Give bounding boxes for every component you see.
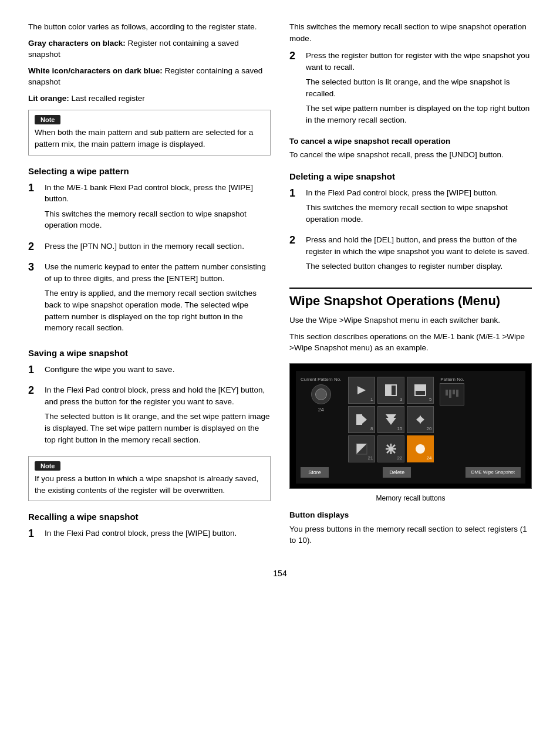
ui-btn-1: 1 bbox=[348, 377, 375, 404]
steps-recalling: 1 In the Flexi Pad control block, press … bbox=[28, 528, 271, 543]
step-text: In the Flexi Pad control block, press an… bbox=[45, 384, 271, 407]
right-column: This switches the memory recall section … bbox=[289, 21, 532, 551]
step-item: 3 Use the numeric keypad to enter the pa… bbox=[28, 261, 271, 337]
ui-btn-num: 21 bbox=[367, 455, 373, 461]
step-num: 2 bbox=[28, 241, 45, 254]
intro-text-3: Last recalled register bbox=[69, 94, 145, 103]
step-text: Press the [PTN NO.] button in the memory… bbox=[45, 241, 271, 252]
ui-btn-icon bbox=[414, 436, 427, 462]
note-block-1: Note When both the main pattern and sub … bbox=[28, 110, 271, 155]
step-num: 3 bbox=[28, 261, 45, 274]
store-button[interactable]: Store bbox=[301, 467, 329, 478]
step-sub: The selected button changes to register … bbox=[306, 261, 532, 272]
step-body: Use the numeric keypad to enter the patt… bbox=[45, 261, 271, 337]
ui-btn-num: 5 bbox=[429, 397, 431, 402]
step-item: 1 Configure the wipe you want to save. bbox=[28, 364, 271, 379]
ui-btn-20: 20 bbox=[407, 406, 434, 433]
ui-action-buttons: Store Delete DME Wipe Snapshot bbox=[301, 467, 521, 478]
ui-btn-15: 15 bbox=[377, 406, 404, 433]
intro-line-4: Lit orange: Last recalled register bbox=[28, 93, 271, 104]
step-sub: The entry is applied, and the memory rec… bbox=[45, 288, 271, 333]
step-sub: This switches the memory recall section … bbox=[306, 202, 532, 225]
button-displays-heading: Button displays bbox=[289, 509, 532, 521]
step-body: Press the register button for register w… bbox=[306, 50, 532, 129]
ui-btn-icon bbox=[384, 407, 397, 432]
ui-buttons-area: 1 3 bbox=[348, 377, 434, 462]
page-number: 154 bbox=[28, 569, 532, 578]
note-label-2: Note bbox=[35, 461, 60, 471]
intro-line-1: The button color varies as follows, acco… bbox=[28, 21, 271, 33]
heading-saving: Saving a wipe snapshot bbox=[28, 348, 271, 358]
ui-btn-icon bbox=[384, 436, 397, 462]
heading-deleting: Deleting a wipe snapshot bbox=[289, 171, 532, 181]
ui-btn-row-2: 8 15 bbox=[348, 406, 434, 433]
step-body: In the M/E-1 bank Flexi Pad control bloc… bbox=[45, 182, 271, 235]
ui-btn-row-1: 1 3 bbox=[348, 377, 434, 404]
svg-marker-6 bbox=[362, 415, 367, 424]
svg-marker-10 bbox=[420, 415, 424, 424]
ui-btn-3: 3 bbox=[377, 377, 404, 404]
intro-bold-2: White icon/characters on dark blue: bbox=[28, 66, 163, 75]
ui-left-col: Current Pattern No. 24 bbox=[301, 377, 341, 413]
ui-btn-21: 21 bbox=[348, 435, 375, 462]
heading-selecting: Selecting a wipe pattern bbox=[28, 166, 271, 176]
step-num: 1 bbox=[28, 528, 45, 540]
ui-btn-icon bbox=[414, 407, 427, 432]
step-item: 1 In the Flexi Pad control block, press … bbox=[289, 187, 532, 229]
ui-btn-22: 22 bbox=[377, 435, 404, 462]
recall-step2-block: 2 Press the register button for register… bbox=[289, 50, 532, 129]
step-sub: The selected button is lit orange, and t… bbox=[45, 411, 271, 445]
step-body: Press and hold the [DEL] button, and pre… bbox=[306, 234, 532, 276]
note-block-2: Note If you press a button in which a wi… bbox=[28, 456, 271, 501]
ui-btn-row-3: 21 bbox=[348, 435, 434, 462]
pattern-no-box bbox=[440, 383, 464, 405]
step-num: 1 bbox=[28, 182, 45, 195]
step-body: Configure the wipe you want to save. bbox=[45, 364, 271, 379]
cancel-heading: To cancel a wipe snapshot recall operati… bbox=[289, 136, 532, 147]
cancel-text: To cancel the wipe snapshot recall, pres… bbox=[289, 149, 532, 161]
step-text: Configure the wipe you want to save. bbox=[45, 364, 271, 376]
dme-wipe-snapshot-button[interactable]: DME Wipe Snapshot bbox=[465, 467, 521, 478]
ui-btn-num: 8 bbox=[370, 426, 373, 431]
step-item: 2 Press the [PTN NO.] button in the memo… bbox=[28, 241, 271, 256]
step-num: 2 bbox=[289, 234, 306, 247]
step-num: 1 bbox=[28, 364, 45, 377]
step-text: In the Flexi Pad control block, press th… bbox=[306, 187, 532, 199]
heading-recalling: Recalling a wipe snapshot bbox=[28, 512, 271, 522]
ui-btn-icon bbox=[414, 377, 427, 403]
svg-rect-5 bbox=[356, 414, 362, 425]
ui-btn-num: 15 bbox=[397, 426, 402, 431]
step-text: In the Flexi Pad control block, press th… bbox=[45, 528, 271, 539]
current-pattern-label: Current Pattern No. bbox=[301, 377, 341, 382]
step-item: 2 Press the register button for register… bbox=[289, 50, 532, 129]
wipe-ops-intro2: This section describes operations on the… bbox=[289, 331, 532, 354]
note-text-2: If you press a button in which a wipe sn… bbox=[35, 473, 264, 496]
step-sub1: The selected button is lit orange, and t… bbox=[306, 76, 532, 99]
ui-btn-5: 5 bbox=[407, 377, 434, 404]
ui-circle-button bbox=[311, 384, 331, 404]
step-num: 1 bbox=[289, 187, 306, 200]
note-label-1: Note bbox=[35, 115, 60, 124]
ui-btn-8: 8 bbox=[348, 406, 375, 433]
step-body: In the Flexi Pad control block, press th… bbox=[306, 187, 532, 229]
left-column: The button color varies as follows, acco… bbox=[28, 21, 271, 551]
svg-rect-2 bbox=[386, 385, 392, 396]
step-text: Press the register button for register w… bbox=[306, 50, 532, 73]
intro-line-2: Gray characters on black: Register not c… bbox=[28, 38, 271, 60]
svg-marker-0 bbox=[357, 386, 366, 394]
steps-deleting: 1 In the Flexi Pad control block, press … bbox=[289, 187, 532, 276]
heading-wipe-ops: Wipe Snapshot Operations (Menu) bbox=[289, 288, 532, 309]
ui-btn-num: 3 bbox=[400, 397, 402, 402]
ui-btn-num: 22 bbox=[397, 455, 402, 461]
page: The button color varies as follows, acco… bbox=[0, 0, 560, 730]
image-caption: Memory recall buttons bbox=[289, 494, 532, 503]
delete-button[interactable]: Delete bbox=[383, 467, 411, 478]
two-column-layout: The button color varies as follows, acco… bbox=[28, 21, 532, 551]
step-num: 2 bbox=[28, 384, 45, 397]
note-text-1: When both the main pattern and sub patte… bbox=[35, 127, 264, 150]
recall-step1-sub: This switches the memory recall section … bbox=[289, 21, 532, 44]
ui-btn-icon bbox=[384, 377, 397, 403]
svg-rect-4 bbox=[415, 385, 426, 391]
pattern-no-label: Pattern No. bbox=[440, 377, 464, 382]
step-num: 2 bbox=[289, 50, 306, 63]
